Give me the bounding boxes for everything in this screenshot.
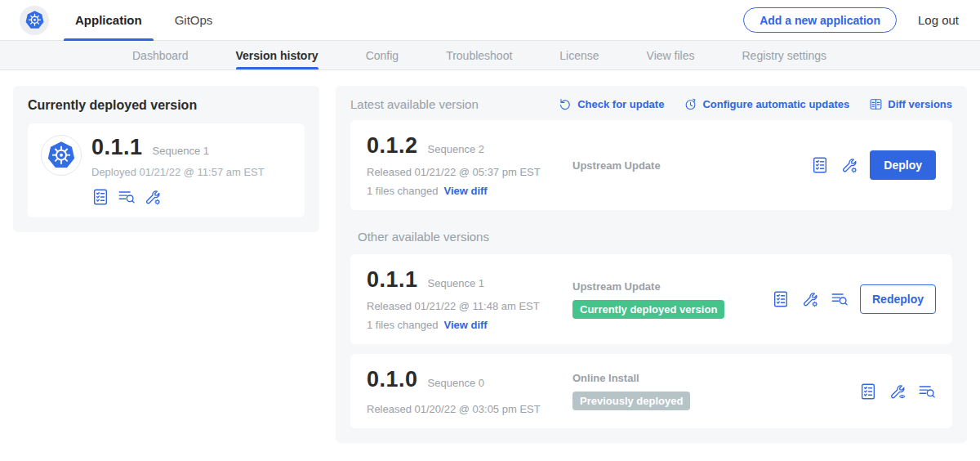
version-info: 0.1.2 Sequence 2 Released 01/21/22 @ 05:… [367,133,572,197]
deployed-timestamp: Deployed 01/21/22 @ 11:57 am EST [91,166,265,178]
released-timestamp: Released 01/21/22 @ 05:37 pm EST [367,166,572,178]
version-row-0-1-0: 0.1.0 Sequence 0 Released 01/20/22 @ 03:… [350,354,952,428]
version-number: 0.1.2 [367,133,418,159]
tab-gitops[interactable]: GitOps [175,0,213,41]
version-number: 0.1.0 [367,367,418,392]
deploy-logs-icon[interactable] [118,188,136,206]
version-info: 0.1.1 Sequence 1 Released 01/21/22 @ 11:… [367,267,572,331]
diff-versions-label: Diff versions [888,98,952,110]
configure-automatic-updates-label: Configure automatic updates [702,98,849,110]
previously-deployed-badge: Previously deployed [572,392,690,410]
configure-automatic-updates-link[interactable]: Configure automatic updates [684,97,849,111]
currently-deployed-card: Currently deployed version 0.1.1 Sequenc… [13,86,319,232]
tab-troubleshoot[interactable]: Troubleshoot [446,41,512,69]
app-logo [20,6,49,35]
view-diff-link[interactable]: View diff [443,185,487,197]
top-header: Application GitOps Add a new application… [0,0,980,41]
version-row-0-1-2: 0.1.2 Sequence 2 Released 01/21/22 @ 05:… [350,120,952,210]
diff-icon [869,97,883,111]
latest-available-title: Latest available version [350,97,479,111]
sequence-label: Sequence 1 [428,277,484,289]
available-header: Latest available version Check for updat… [350,97,952,111]
preflight-checks-icon[interactable] [811,156,829,174]
app-subnav: Dashboard Version history Config Trouble… [0,41,980,70]
check-for-update-label: Check for update [577,98,664,110]
edit-config-icon[interactable] [801,290,819,308]
deployed-sequence-label: Sequence 1 [153,145,209,157]
currently-deployed-badge: Currently deployed version [572,300,724,319]
released-timestamp: Released 01/20/22 @ 03:05 pm EST [367,403,572,415]
deploy-logs-icon[interactable] [918,383,936,401]
deployed-version-number: 0.1.1 [91,135,143,160]
sequence-label: Sequence 0 [428,377,484,389]
schedule-update-icon [684,97,697,111]
preflight-checks-icon[interactable] [91,188,109,206]
tab-version-history[interactable]: Version history [236,41,318,69]
kubernetes-logo-icon [45,139,78,172]
available-actions: Check for update Configure automatic upd… [559,97,952,111]
preflight-checks-icon[interactable] [859,383,877,401]
version-row-0-1-1: 0.1.1 Sequence 1 Released 01/21/22 @ 11:… [350,254,952,344]
add-application-button[interactable]: Add a new application [743,7,897,33]
tab-application[interactable]: Application [75,0,142,41]
deployed-version-card: 0.1.1 Sequence 1 Deployed 01/21/22 @ 11:… [28,123,305,217]
version-source: Online Install Previously deployed [572,372,859,410]
version-source: Upstream Update Currently deployed versi… [572,280,772,319]
tab-view-files[interactable]: View files [647,41,695,69]
source-label: Online Install [572,372,859,384]
refresh-icon [559,97,572,111]
sequence-label: Sequence 2 [428,143,484,155]
tab-registry-settings[interactable]: Registry settings [742,41,826,69]
version-actions [859,383,936,401]
view-diff-link[interactable]: View diff [443,319,487,331]
source-label: Upstream Update [572,280,772,293]
deploy-button[interactable]: Deploy [870,150,936,180]
version-actions: Deploy [811,150,936,180]
app-icon-badge [41,135,82,176]
edit-config-icon[interactable] [840,156,858,174]
deployed-version-info: 0.1.1 Sequence 1 Deployed 01/21/22 @ 11:… [91,135,265,206]
source-label: Upstream Update [572,159,811,172]
tab-license[interactable]: License [559,41,599,69]
version-info: 0.1.0 Sequence 0 Released 01/20/22 @ 03:… [367,367,572,415]
version-source: Upstream Update [572,159,811,172]
files-changed-label: 1 files changed [367,319,438,331]
tab-config[interactable]: Config [366,41,399,69]
preflight-checks-icon[interactable] [772,290,790,308]
deploy-logs-icon[interactable] [831,290,849,308]
currently-deployed-title: Currently deployed version [28,98,305,113]
logout-button[interactable]: Log out [918,13,959,27]
other-versions-title: Other available versions [358,230,952,244]
diff-versions-link[interactable]: Diff versions [869,97,952,111]
released-timestamp: Released 01/21/22 @ 11:48 am EST [367,300,572,312]
available-versions-panel: Latest available version Check for updat… [336,86,967,443]
redeploy-button[interactable]: Redeploy [860,284,936,314]
edit-config-icon[interactable] [144,188,162,206]
kubernetes-logo-icon [24,9,46,31]
header-tabs: Application GitOps [75,0,212,41]
version-actions: Redeploy [772,284,936,314]
tab-dashboard[interactable]: Dashboard [132,41,189,69]
check-for-update-link[interactable]: Check for update [559,97,664,111]
files-changed-label: 1 files changed [367,185,438,197]
version-number: 0.1.1 [367,267,418,293]
view-config-icon[interactable] [889,383,906,401]
main-content: Currently deployed version 0.1.1 Sequenc… [0,70,980,459]
